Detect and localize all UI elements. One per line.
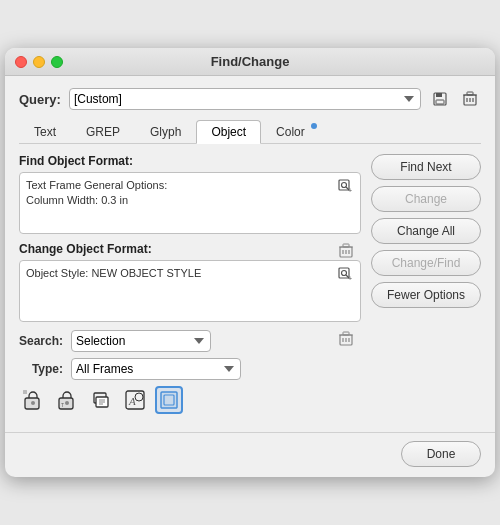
main-content: Query: [Custom] (5, 76, 495, 424)
find-format-box: Text Frame General Options: Column Width… (19, 172, 361, 234)
find-format-inner: Text Frame General Options: Column Width… (20, 173, 360, 233)
query-row: Query: [Custom] (19, 88, 481, 110)
search-label: Search: (19, 334, 63, 348)
change-section-label: Change Object Format: (19, 242, 361, 256)
tab-object[interactable]: Object (196, 120, 261, 144)
svg-point-20 (342, 271, 347, 276)
tab-text[interactable]: Text (19, 120, 71, 143)
locked-text-frame-icon[interactable]: T (53, 386, 81, 414)
svg-rect-15 (343, 244, 349, 247)
type-select[interactable]: All Frames (71, 358, 241, 380)
svg-rect-2 (436, 100, 444, 104)
svg-rect-31 (23, 390, 27, 394)
find-format-specify-button[interactable]: + (336, 177, 356, 197)
svg-point-30 (31, 401, 35, 405)
svg-rect-8 (467, 92, 473, 95)
change-format-clear-button[interactable] (336, 329, 356, 349)
find-format-clear-button[interactable] (336, 241, 356, 261)
close-button[interactable] (15, 56, 27, 68)
right-panel: Find Next Change Change All Change/Find … (371, 154, 481, 414)
change-format-text: Object Style: NEW OBJECT STYLE (26, 266, 330, 281)
bottom-bar: Done (5, 432, 495, 477)
master-page-icon[interactable] (87, 386, 115, 414)
type-row: Type: All Frames (19, 358, 361, 380)
change-format-box: Object Style: NEW OBJECT STYLE + (19, 260, 361, 322)
find-change-window: Find/Change Query: [Custom] (5, 48, 495, 477)
svg-rect-1 (436, 93, 442, 97)
svg-rect-43 (161, 392, 177, 408)
find-section-label: Find Object Format: (19, 154, 361, 168)
query-label: Query: (19, 92, 61, 107)
svg-rect-25 (343, 332, 349, 335)
tab-grep[interactable]: GREP (71, 120, 135, 143)
search-select[interactable]: Selection (71, 330, 211, 352)
type-label: Type: (19, 362, 63, 376)
svg-point-33 (65, 401, 69, 405)
traffic-lights (15, 56, 63, 68)
svg-text:+: + (348, 275, 352, 282)
svg-text:T: T (61, 402, 64, 408)
window-title: Find/Change (211, 54, 290, 69)
find-format-text: Text Frame General Options: Column Width… (26, 178, 330, 209)
tabs: Text GREP Glyph Object Color (19, 120, 481, 144)
main-area: Find Object Format: Text Frame General O… (19, 154, 481, 414)
change-all-button[interactable]: Change All (371, 218, 481, 244)
left-panel: Find Object Format: Text Frame General O… (19, 154, 361, 414)
text-wrap-icon[interactable]: A (121, 386, 149, 414)
change-button[interactable]: Change (371, 186, 481, 212)
find-next-button[interactable]: Find Next (371, 154, 481, 180)
fewer-options-button[interactable]: Fewer Options (371, 282, 481, 308)
maximize-button[interactable] (51, 56, 63, 68)
change-format-specify-button[interactable]: + (336, 265, 356, 285)
toolbar-icons: T (19, 386, 361, 414)
svg-point-10 (342, 183, 347, 188)
change-format-inner: Object Style: NEW OBJECT STYLE (20, 261, 360, 321)
lock-frame-icon[interactable] (19, 386, 47, 414)
done-button[interactable]: Done (401, 441, 481, 467)
svg-point-42 (135, 393, 143, 401)
query-select[interactable]: [Custom] (69, 88, 421, 110)
change-box-icons: + (336, 265, 356, 349)
svg-text:+: + (348, 187, 352, 194)
tab-color[interactable]: Color (261, 120, 320, 143)
change-find-button[interactable]: Change/Find (371, 250, 481, 276)
delete-query-button[interactable] (459, 88, 481, 110)
minimize-button[interactable] (33, 56, 45, 68)
search-row: Search: Selection (19, 330, 361, 352)
tab-glyph[interactable]: Glyph (135, 120, 196, 143)
titlebar: Find/Change (5, 48, 495, 76)
find-box-icons: + (336, 177, 356, 261)
frame-type-icon[interactable] (155, 386, 183, 414)
save-query-button[interactable] (429, 88, 451, 110)
